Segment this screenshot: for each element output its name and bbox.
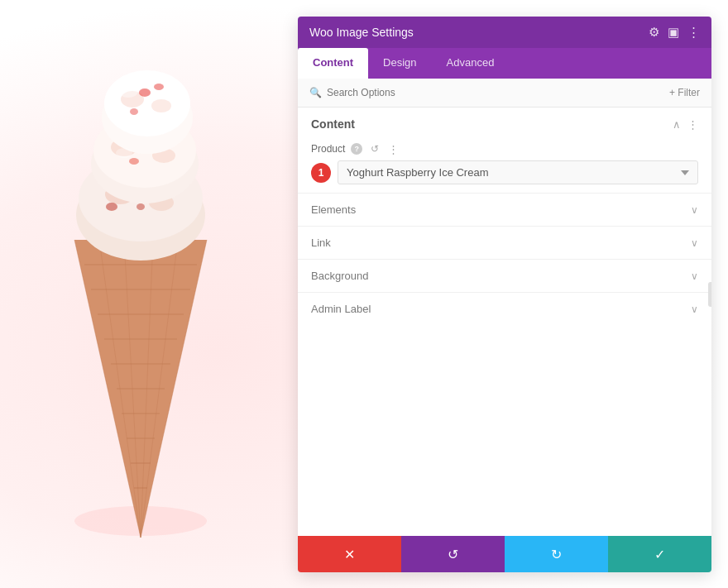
- product-select[interactable]: Yoghurt Raspberry Ice Cream Chocolate Ic…: [338, 160, 698, 184]
- svg-point-40: [118, 84, 138, 98]
- admin-label-chevron-icon: ∨: [691, 304, 698, 315]
- refresh-icon: ↺: [371, 143, 379, 155]
- panel-header: Woo Image Settings ⚙ ▣ ⋮: [298, 17, 711, 48]
- tabs-bar: Content Design Advanced: [298, 48, 711, 79]
- collapsible-link[interactable]: Link ∨: [298, 226, 711, 259]
- more-vertical-icon[interactable]: ⋮: [687, 25, 700, 40]
- collapse-icon[interactable]: ∧: [673, 118, 681, 131]
- redo-button[interactable]: ↻: [505, 536, 608, 572]
- ice-cream-svg: [25, 41, 256, 571]
- undo-icon: ↺: [448, 547, 458, 562]
- tab-advanced[interactable]: Advanced: [432, 48, 510, 79]
- section-title-content: Content: [311, 117, 355, 131]
- product-label: Product: [311, 143, 345, 155]
- svg-point-25: [106, 203, 117, 211]
- tab-design[interactable]: Design: [368, 48, 431, 79]
- product-label-row: Product ? ↺ ⋮: [298, 137, 711, 160]
- product-more-button[interactable]: ⋮: [386, 142, 400, 155]
- product-help-button[interactable]: ?: [350, 142, 363, 155]
- search-bar: 🔍 + Filter: [298, 79, 711, 108]
- save-button[interactable]: ✓: [608, 536, 711, 572]
- collapsible-background[interactable]: Background ∨: [298, 259, 711, 292]
- admin-label-label: Admin Label: [311, 303, 371, 315]
- section-actions: ∧ ⋮: [673, 118, 698, 131]
- save-icon: ✓: [654, 547, 665, 562]
- filter-button[interactable]: + Filter: [669, 87, 700, 98]
- svg-point-39: [130, 108, 138, 115]
- help-icon: ?: [351, 143, 362, 155]
- svg-point-31: [129, 158, 139, 165]
- elements-chevron-icon: ∨: [691, 204, 698, 216]
- content-section-header: Content ∧ ⋮: [298, 108, 711, 137]
- more-icon: ⋮: [388, 143, 399, 155]
- product-selector-wrap: 1 Yoghurt Raspberry Ice Cream Chocolate …: [298, 160, 711, 193]
- background-label: Background: [311, 270, 368, 282]
- svg-point-41: [116, 148, 132, 158]
- link-chevron-icon: ∨: [691, 237, 698, 249]
- columns-icon[interactable]: ▣: [668, 25, 679, 40]
- svg-point-38: [154, 84, 164, 90]
- ice-cream-illustration: [0, 25, 281, 587]
- elements-label: Elements: [311, 203, 356, 216]
- drag-handle[interactable]: ≡: [708, 282, 711, 307]
- svg-point-36: [151, 99, 171, 112]
- collapsible-elements[interactable]: Elements ∨: [298, 193, 711, 226]
- svg-point-24: [136, 203, 145, 210]
- search-icon: 🔍: [309, 87, 322, 98]
- cancel-icon: ✕: [344, 547, 355, 562]
- search-input[interactable]: [327, 87, 669, 98]
- svg-point-37: [139, 88, 151, 97]
- settings-icon[interactable]: ⚙: [649, 25, 659, 40]
- link-label: Link: [311, 237, 331, 249]
- svg-point-34: [104, 70, 190, 136]
- section-more-icon[interactable]: ⋮: [687, 118, 698, 131]
- redo-icon: ↻: [551, 547, 562, 562]
- background-chevron-icon: ∨: [691, 270, 698, 282]
- search-wrap: 🔍: [309, 87, 669, 98]
- undo-button[interactable]: ↺: [401, 536, 505, 572]
- header-icons: ⚙ ▣ ⋮: [649, 25, 700, 40]
- cancel-button[interactable]: ✕: [298, 536, 401, 572]
- tab-content[interactable]: Content: [298, 48, 368, 79]
- step-badge: 1: [311, 163, 331, 183]
- panel-title: Woo Image Settings: [309, 26, 414, 39]
- panel-footer: ✕ ↺ ↻ ✓: [298, 536, 711, 572]
- collapsible-admin-label[interactable]: Admin Label ∨: [298, 292, 711, 325]
- settings-panel: Woo Image Settings ⚙ ▣ ⋮ Content Design …: [298, 17, 711, 572]
- product-refresh-button[interactable]: ↺: [368, 142, 381, 155]
- panel-body: Content ∧ ⋮ Product ? ↺ ⋮ 1 Yoghurt Rasp…: [298, 108, 711, 536]
